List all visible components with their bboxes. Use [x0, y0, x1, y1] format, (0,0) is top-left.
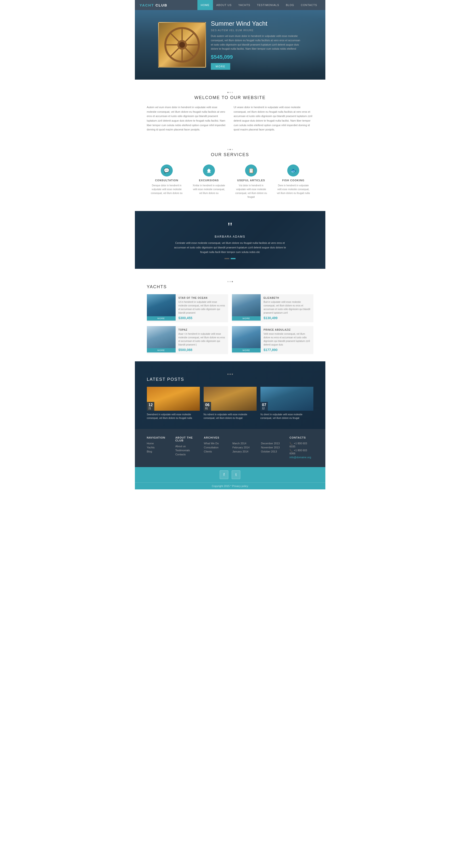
nav-home[interactable]: HOME — [197, 0, 213, 10]
service-consultation: 💬 CONSULTATION Denque dolor in hendrerit… — [147, 162, 187, 202]
hero-price: $545,099 — [211, 54, 302, 60]
main-nav: HOME ABOUT US YACHTS TESTIMONIALS BLOG C… — [197, 0, 321, 10]
post-card-1: 06 01 Nu ndrent in vulputate velit esse … — [204, 387, 257, 422]
twitter-button[interactable]: t — [232, 470, 240, 479]
services-dots — [147, 144, 314, 152]
service-excursions: EXCURSIONS Xmilar in hendrerit in vulput… — [189, 162, 229, 202]
post-date-1: 06 01 — [204, 402, 211, 411]
yacht-title-0: STAR OF THE OCEAN — [178, 297, 225, 299]
yacht-info-2: TOPAZ Asar r in hendrerit in vulputate v… — [175, 326, 228, 354]
footer-nav-title: NAVIGATION — [147, 436, 171, 439]
nav-contacts[interactable]: CONTACTS — [298, 0, 321, 10]
logo[interactable]: YACHT CLUB — [140, 3, 167, 7]
footer-nav-home[interactable]: Home — [147, 442, 171, 445]
consultation-desc: Denque dolor in hendrerit in vulputate v… — [149, 184, 184, 195]
footer-oct-link[interactable]: October 2013 — [261, 450, 285, 453]
nav-yachts[interactable]: YACHTS — [235, 0, 254, 10]
yacht-price-1: $130,499 — [264, 316, 310, 320]
services-grid: 💬 CONSULTATION Denque dolor in hendrerit… — [147, 162, 314, 202]
footer-whatwedo-link[interactable]: What We Do — [204, 442, 228, 445]
svg-rect-14 — [207, 173, 211, 173]
services-title: OUR SERVICES — [147, 152, 314, 157]
footer-about-title: ABOUT THE CLUB — [175, 436, 199, 442]
yacht-info-3: PRINCE ABDULAZIZ Velit esse molestie con… — [261, 326, 314, 354]
yacht-desc-2: Asar r in hendrerit in vulputate velit e… — [178, 332, 225, 346]
footer-testimonials-link[interactable]: Testimonials — [175, 449, 199, 452]
footer-jan-link[interactable]: January 2014 — [232, 450, 256, 453]
footer-phone2: 📞+1 800 603 6066 — [289, 449, 313, 455]
yachts-section: YACHTS MORE STAR OF THE OCEAN Ut in hend… — [135, 269, 325, 361]
service-fish: 🐟 FISH COOKING Dere in hendrerit in vulp… — [273, 162, 313, 202]
nav-testimonials[interactable]: TESTIMONIALS — [254, 0, 283, 10]
svg-line-9 — [186, 33, 194, 41]
svg-line-10 — [170, 48, 179, 57]
testimonial-pagination — [154, 258, 306, 259]
facebook-button[interactable]: f — [220, 470, 228, 479]
yacht-more-btn-0[interactable]: MORE — [147, 316, 175, 320]
hero-dots — [147, 87, 314, 95]
yacht-more-btn-1[interactable]: MORE — [232, 316, 261, 320]
hero-subtitle: SES AUTEM VEL EUM IRIURE — [211, 29, 302, 32]
service-articles: 📋 USEFUL ARTICLES Vut dolor in hendrerit… — [231, 162, 271, 202]
hero-more-button[interactable]: MORE — [211, 63, 230, 70]
yacht-more-btn-3[interactable]: MORE — [232, 348, 261, 352]
excursions-desc: Xmilar in hendrerit in vulputate velit e… — [191, 184, 226, 195]
welcome-col-2: Ut veare dolor in hendrerit in vulputate… — [234, 105, 314, 132]
latest-posts-section: LATEST POSTS 12 21 Seendrent in vulputat… — [135, 361, 325, 429]
yacht-desc-3: Velit esse molestie consequat, vel illum… — [264, 332, 310, 346]
svg-line-7 — [170, 33, 179, 41]
post-text-2: Vu drent in vulputate velit esse molesti… — [260, 411, 314, 422]
footer-feb-link[interactable]: February 2014 — [232, 446, 256, 449]
testimonial-text: Cenirate velit esse molestie consequat, … — [170, 241, 290, 254]
footer-consultation-link[interactable]: Consultation — [204, 446, 228, 449]
welcome-title: WELCOME TO OUR WEBSITE — [147, 95, 314, 100]
post-card-0: 12 21 Seendrent in vulputate velit esse … — [147, 387, 200, 422]
hero-text: Summer Wind Yacht SES AUTEM VEL EUM IRIU… — [211, 20, 302, 69]
hero-desc: Duis autem vel eum iriure dolor in hendr… — [211, 34, 302, 51]
footer-about-link[interactable]: About us — [175, 445, 199, 448]
yachts-grid: MORE STAR OF THE OCEAN Ut in hendrerit i… — [147, 294, 314, 354]
consultation-icon: 💬 — [161, 164, 173, 177]
yachts-title: YACHTS — [147, 284, 314, 289]
yacht-more-btn-2[interactable]: MORE — [147, 348, 175, 352]
yacht-price-0: $300,455 — [178, 316, 225, 320]
footer-about-col: ABOUT THE CLUB About us Testimonials Con… — [175, 436, 199, 460]
copyright-text: Copyright 2015 * Privacy policy — [212, 485, 248, 488]
post-date-2: 07 12 — [260, 402, 268, 411]
yacht-title-3: PRINCE ABDULAZIZ — [264, 329, 310, 331]
testimonial-dot-1[interactable] — [225, 258, 229, 259]
yacht-desc-0: Ut in hendrerit in vulputate velit esse … — [178, 300, 225, 315]
hero-content: Summer Wind Yacht SES AUTEM VEL EUM IRIU… — [153, 15, 307, 74]
nav-blog[interactable]: BLOG — [283, 0, 298, 10]
post-card-2: 07 12 Vu drent in vulputate velit esse m… — [260, 387, 314, 422]
post-date-0: 12 21 — [147, 402, 155, 411]
posts-dots — [147, 369, 314, 377]
articles-icon: 📋 — [245, 164, 257, 177]
footer-email[interactable]: info@domaine.org — [289, 456, 313, 459]
fish-icon: 🐟 — [287, 164, 299, 177]
articles-desc: Vut dolor in hendrerit in vulputate veli… — [234, 184, 269, 199]
footer-contacts-title: CONTACTS — [289, 436, 313, 439]
yacht-info-1: ELIZABETH Buit in vulputate velit esse m… — [261, 294, 314, 322]
yacht-image-3: MORE — [232, 326, 261, 352]
posts-grid: 12 21 Seendrent in vulputate velit esse … — [147, 387, 314, 422]
testimonial-name: BARBARA ADAMS — [154, 235, 306, 238]
services-section: OUR SERVICES 💬 CONSULTATION Denque dolor… — [135, 139, 325, 211]
excursions-icon — [203, 164, 215, 177]
fish-desc: Dere in hendrerit in vulputate velit ess… — [276, 184, 311, 195]
footer-dec-link[interactable]: December 2013 — [261, 442, 285, 445]
footer-nav-blog[interactable]: Blog — [147, 450, 171, 453]
welcome-columns: Autem vel eum iriure dolor in hendrerit … — [147, 105, 314, 132]
social-bar: f t — [135, 467, 325, 483]
logo-teal: CLUB — [156, 3, 167, 7]
nav-about[interactable]: ABOUT US — [213, 0, 235, 10]
footer-march-link[interactable]: March 2014 — [232, 442, 256, 445]
footer-clients-link[interactable]: Clients — [204, 450, 228, 453]
footer-contacts-link[interactable]: Contacts — [175, 453, 199, 456]
testimonial-dot-2[interactable] — [231, 258, 235, 259]
footer-nov-link[interactable]: November 2013 — [261, 446, 285, 449]
consultation-name: CONSULTATION — [149, 179, 184, 182]
articles-name: USEFUL ARTICLES — [234, 179, 269, 182]
excursions-name: EXCURSIONS — [191, 179, 226, 182]
footer-nav-yachts[interactable]: Yachts — [147, 446, 171, 449]
